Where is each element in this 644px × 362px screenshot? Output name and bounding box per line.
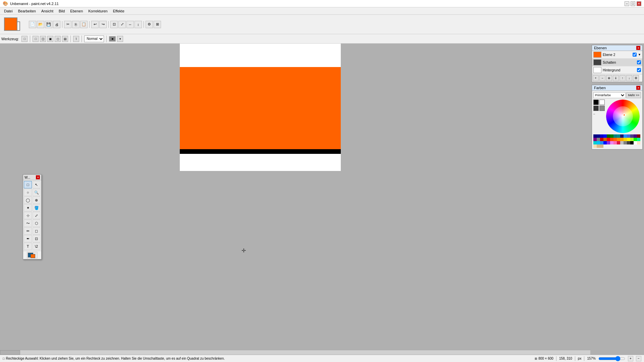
magic-wand-tool[interactable]: ✦ <box>24 204 32 212</box>
palette-color[interactable] <box>593 144 597 148</box>
layer-visibility-hintergrund[interactable] <box>637 68 641 72</box>
blend-mode-select[interactable]: Normal <box>84 36 104 42</box>
menu-item-ansicht[interactable]: Ansicht <box>39 8 56 14</box>
menu-item-korrekturen[interactable]: Korrekturen <box>86 8 110 14</box>
toolbox-color-box[interactable] <box>27 252 38 258</box>
crop-button[interactable]: ⊡ <box>110 21 118 28</box>
palette-color[interactable] <box>630 141 634 144</box>
titlebar-controls[interactable]: – □ ✕ <box>625 1 641 6</box>
layer-visibility-ebene2[interactable] <box>633 53 637 57</box>
palette-color[interactable] <box>634 134 637 138</box>
zoom-slider[interactable] <box>598 356 625 361</box>
layer-visibility-schatten[interactable] <box>637 60 641 64</box>
palette-color[interactable] <box>634 138 637 141</box>
text-tool[interactable]: T <box>24 243 32 250</box>
color-wheel[interactable] <box>606 100 640 133</box>
palette-color[interactable] <box>624 134 627 138</box>
palette-color[interactable] <box>600 134 603 138</box>
menu-item-effekte[interactable]: Effekte <box>110 8 127 14</box>
canvas-area[interactable]: ✛ W... ✕ □ ↖ ○ 🔍 ◯ ⊕ ✦ 🪣 ⊹ ⤢ 〜 ⬡ ✏ ◻ <box>0 44 590 355</box>
palette-color[interactable] <box>597 134 600 138</box>
palette-color[interactable] <box>593 134 597 138</box>
undo-button[interactable]: ↩ <box>91 21 99 28</box>
palette-color[interactable] <box>603 134 607 138</box>
flip-h-button[interactable]: ↔ <box>126 21 134 28</box>
black2-swatch[interactable] <box>593 106 599 111</box>
palette-color[interactable] <box>600 144 603 148</box>
menu-item-datei[interactable]: Datei <box>1 8 15 14</box>
rectangle-select-tool[interactable]: □ <box>24 181 32 188</box>
palette-color[interactable] <box>613 141 617 144</box>
duplicate-layer-btn[interactable]: ⊕ <box>606 75 612 81</box>
selection-mode-2[interactable]: ◫ <box>40 36 46 42</box>
palette-color[interactable] <box>617 134 620 138</box>
palette-color[interactable] <box>613 138 617 141</box>
zoom-in-btn[interactable]: + <box>628 356 633 361</box>
menu-item-ebenen[interactable]: Ebenen <box>67 8 86 14</box>
add-layer-btn[interactable]: + <box>593 75 599 81</box>
palette-color[interactable] <box>593 141 597 144</box>
palette-color[interactable] <box>617 141 620 144</box>
zoom-tool[interactable]: 🔍 <box>33 189 41 196</box>
scrollbar-thumb[interactable] <box>0 350 20 355</box>
redo-button[interactable]: ↪ <box>99 21 107 28</box>
palette-color[interactable] <box>630 138 634 141</box>
palette-color[interactable] <box>607 134 610 138</box>
new-button[interactable]: 📄 <box>29 21 36 28</box>
palette-color[interactable] <box>637 141 640 144</box>
toolbox-close-button[interactable]: ✕ <box>36 175 40 179</box>
selection-mode-4[interactable]: ◻ <box>55 36 61 42</box>
layer-row-ebene2[interactable]: Ebene 2 ▼ <box>592 51 642 59</box>
palette-color[interactable] <box>637 134 640 138</box>
palette-color[interactable] <box>627 141 630 144</box>
palette-color[interactable] <box>607 141 610 144</box>
settings-button[interactable]: ⚙ <box>146 21 153 28</box>
palette-color[interactable] <box>627 134 630 138</box>
menu-item-bearbeiten[interactable]: Bearbeiten <box>15 8 39 14</box>
lasso-tool[interactable]: ○ <box>24 189 32 196</box>
color-bucket-tool[interactable]: 🪣 <box>33 204 41 212</box>
maximize-button[interactable]: □ <box>631 1 635 6</box>
palette-color[interactable] <box>620 134 624 138</box>
palette-color[interactable] <box>617 138 620 141</box>
layer-up-btn[interactable]: ↑ <box>620 75 626 81</box>
palette-color[interactable] <box>620 141 624 144</box>
palette-color[interactable] <box>624 138 627 141</box>
palette-color[interactable] <box>597 144 600 148</box>
pencil-tool[interactable]: ✏ <box>24 227 32 235</box>
ebenen-close-button[interactable]: ✕ <box>636 46 640 50</box>
open-button[interactable]: 📂 <box>37 21 44 28</box>
mehr-button[interactable]: Mehr >> <box>626 92 641 98</box>
color-swatch-area[interactable] <box>1 16 25 33</box>
number-tool[interactable]: \2 <box>33 243 41 250</box>
palette-color[interactable] <box>630 134 634 138</box>
palette-color[interactable] <box>607 138 610 141</box>
palette-color[interactable] <box>603 141 607 144</box>
palette-color[interactable] <box>613 134 617 138</box>
flip-v-button[interactable]: ↕ <box>135 21 142 28</box>
selection-mode-3[interactable]: ▣ <box>47 36 53 42</box>
resize-button[interactable]: ⤢ <box>118 21 126 28</box>
palette-color[interactable] <box>600 141 603 144</box>
paste-button[interactable]: 📋 <box>80 21 88 28</box>
gray-swatch[interactable] <box>599 106 605 111</box>
layer-down-btn[interactable]: ↓ <box>626 75 632 81</box>
print-button[interactable]: 🖨 <box>53 21 60 28</box>
palette-color[interactable] <box>610 134 613 138</box>
color-mode-dropdown[interactable]: Primärfarbe <box>593 92 626 98</box>
layer-row-hintergrund[interactable]: Hintergrund <box>592 66 642 74</box>
color-btn[interactable]: ■ <box>109 36 116 42</box>
palette-color[interactable] <box>597 138 600 141</box>
eraser-tool[interactable]: ◻ <box>33 227 41 235</box>
layer-move-tool[interactable]: ⤢ <box>33 212 41 219</box>
copy-button[interactable]: ⎘ <box>72 21 79 28</box>
selection-mode-5[interactable]: ▤ <box>62 36 68 42</box>
clone-tool[interactable]: ⊡ <box>33 235 41 242</box>
layer-props-btn[interactable]: ⚙ <box>633 75 639 81</box>
layer-expand-ebene2[interactable]: ▼ <box>638 53 641 56</box>
curve-tool[interactable]: 〜 <box>24 220 32 227</box>
save-button[interactable]: 💾 <box>45 21 52 28</box>
brush-tool[interactable]: ✒ <box>24 235 32 242</box>
antialias-btn[interactable]: ⌇ <box>73 36 79 42</box>
palette-color[interactable] <box>620 138 624 141</box>
